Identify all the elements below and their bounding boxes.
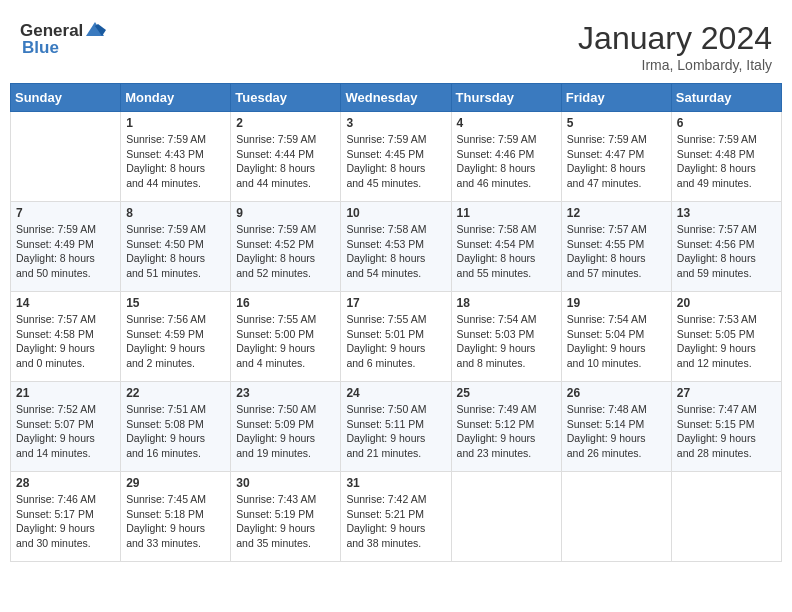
daylight: Daylight: 9 hours and 28 minutes.	[677, 431, 776, 460]
day-number: 10	[346, 206, 445, 220]
daylight: Daylight: 8 hours and 46 minutes.	[457, 161, 556, 190]
day-info: Sunrise: 7:45 AM Sunset: 5:18 PM Dayligh…	[126, 492, 225, 551]
day-number: 2	[236, 116, 335, 130]
day-info: Sunrise: 7:50 AM Sunset: 5:09 PM Dayligh…	[236, 402, 335, 461]
header-tuesday: Tuesday	[231, 84, 341, 112]
sunset: Sunset: 5:07 PM	[16, 417, 115, 432]
calendar-cell-1-0: 7 Sunrise: 7:59 AM Sunset: 4:49 PM Dayli…	[11, 202, 121, 292]
daylight: Daylight: 9 hours and 12 minutes.	[677, 341, 776, 370]
day-number: 28	[16, 476, 115, 490]
day-number: 22	[126, 386, 225, 400]
day-info: Sunrise: 7:57 AM Sunset: 4:55 PM Dayligh…	[567, 222, 666, 281]
day-number: 25	[457, 386, 556, 400]
sunset: Sunset: 4:46 PM	[457, 147, 556, 162]
day-number: 3	[346, 116, 445, 130]
daylight: Daylight: 8 hours and 44 minutes.	[236, 161, 335, 190]
day-info: Sunrise: 7:54 AM Sunset: 5:04 PM Dayligh…	[567, 312, 666, 371]
sunset: Sunset: 4:54 PM	[457, 237, 556, 252]
sunrise: Sunrise: 7:51 AM	[126, 402, 225, 417]
calendar-cell-4-6	[671, 472, 781, 562]
sunrise: Sunrise: 7:57 AM	[16, 312, 115, 327]
day-info: Sunrise: 7:59 AM Sunset: 4:48 PM Dayligh…	[677, 132, 776, 191]
sunset: Sunset: 5:14 PM	[567, 417, 666, 432]
location-title: Irma, Lombardy, Italy	[578, 57, 772, 73]
sunrise: Sunrise: 7:50 AM	[346, 402, 445, 417]
day-info: Sunrise: 7:42 AM Sunset: 5:21 PM Dayligh…	[346, 492, 445, 551]
daylight: Daylight: 9 hours and 16 minutes.	[126, 431, 225, 460]
sunrise: Sunrise: 7:57 AM	[567, 222, 666, 237]
daylight: Daylight: 9 hours and 14 minutes.	[16, 431, 115, 460]
calendar-cell-3-6: 27 Sunrise: 7:47 AM Sunset: 5:15 PM Dayl…	[671, 382, 781, 472]
sunrise: Sunrise: 7:59 AM	[16, 222, 115, 237]
sunset: Sunset: 4:48 PM	[677, 147, 776, 162]
week-row-5: 28 Sunrise: 7:46 AM Sunset: 5:17 PM Dayl…	[11, 472, 782, 562]
sunrise: Sunrise: 7:59 AM	[126, 222, 225, 237]
daylight: Daylight: 9 hours and 33 minutes.	[126, 521, 225, 550]
day-number: 7	[16, 206, 115, 220]
calendar-cell-0-3: 3 Sunrise: 7:59 AM Sunset: 4:45 PM Dayli…	[341, 112, 451, 202]
calendar-cell-3-5: 26 Sunrise: 7:48 AM Sunset: 5:14 PM Dayl…	[561, 382, 671, 472]
day-info: Sunrise: 7:53 AM Sunset: 5:05 PM Dayligh…	[677, 312, 776, 371]
sunset: Sunset: 5:04 PM	[567, 327, 666, 342]
calendar-cell-1-1: 8 Sunrise: 7:59 AM Sunset: 4:50 PM Dayli…	[121, 202, 231, 292]
week-row-4: 21 Sunrise: 7:52 AM Sunset: 5:07 PM Dayl…	[11, 382, 782, 472]
daylight: Daylight: 9 hours and 19 minutes.	[236, 431, 335, 460]
sunset: Sunset: 5:09 PM	[236, 417, 335, 432]
day-info: Sunrise: 7:57 AM Sunset: 4:56 PM Dayligh…	[677, 222, 776, 281]
calendar-cell-4-3: 31 Sunrise: 7:42 AM Sunset: 5:21 PM Dayl…	[341, 472, 451, 562]
day-number: 1	[126, 116, 225, 130]
calendar-cell-0-2: 2 Sunrise: 7:59 AM Sunset: 4:44 PM Dayli…	[231, 112, 341, 202]
sunrise: Sunrise: 7:58 AM	[457, 222, 556, 237]
sunset: Sunset: 4:49 PM	[16, 237, 115, 252]
sunset: Sunset: 5:21 PM	[346, 507, 445, 522]
calendar-cell-2-6: 20 Sunrise: 7:53 AM Sunset: 5:05 PM Dayl…	[671, 292, 781, 382]
header-friday: Friday	[561, 84, 671, 112]
daylight: Daylight: 9 hours and 6 minutes.	[346, 341, 445, 370]
calendar-cell-1-6: 13 Sunrise: 7:57 AM Sunset: 4:56 PM Dayl…	[671, 202, 781, 292]
sunset: Sunset: 5:12 PM	[457, 417, 556, 432]
daylight: Daylight: 9 hours and 30 minutes.	[16, 521, 115, 550]
calendar-cell-3-0: 21 Sunrise: 7:52 AM Sunset: 5:07 PM Dayl…	[11, 382, 121, 472]
day-number: 9	[236, 206, 335, 220]
day-number: 11	[457, 206, 556, 220]
day-number: 26	[567, 386, 666, 400]
day-info: Sunrise: 7:48 AM Sunset: 5:14 PM Dayligh…	[567, 402, 666, 461]
calendar-cell-1-5: 12 Sunrise: 7:57 AM Sunset: 4:55 PM Dayl…	[561, 202, 671, 292]
header-sunday: Sunday	[11, 84, 121, 112]
day-number: 6	[677, 116, 776, 130]
daylight: Daylight: 8 hours and 45 minutes.	[346, 161, 445, 190]
calendar-cell-2-3: 17 Sunrise: 7:55 AM Sunset: 5:01 PM Dayl…	[341, 292, 451, 382]
calendar-cell-4-1: 29 Sunrise: 7:45 AM Sunset: 5:18 PM Dayl…	[121, 472, 231, 562]
sunrise: Sunrise: 7:57 AM	[677, 222, 776, 237]
day-info: Sunrise: 7:54 AM Sunset: 5:03 PM Dayligh…	[457, 312, 556, 371]
calendar-cell-0-4: 4 Sunrise: 7:59 AM Sunset: 4:46 PM Dayli…	[451, 112, 561, 202]
daylight: Daylight: 9 hours and 23 minutes.	[457, 431, 556, 460]
daylight: Daylight: 8 hours and 55 minutes.	[457, 251, 556, 280]
calendar-header-row: Sunday Monday Tuesday Wednesday Thursday…	[11, 84, 782, 112]
sunrise: Sunrise: 7:43 AM	[236, 492, 335, 507]
sunset: Sunset: 5:18 PM	[126, 507, 225, 522]
sunrise: Sunrise: 7:46 AM	[16, 492, 115, 507]
sunrise: Sunrise: 7:59 AM	[236, 222, 335, 237]
sunrise: Sunrise: 7:59 AM	[236, 132, 335, 147]
day-number: 19	[567, 296, 666, 310]
day-number: 13	[677, 206, 776, 220]
sunset: Sunset: 5:00 PM	[236, 327, 335, 342]
calendar-cell-2-0: 14 Sunrise: 7:57 AM Sunset: 4:58 PM Dayl…	[11, 292, 121, 382]
calendar-cell-3-4: 25 Sunrise: 7:49 AM Sunset: 5:12 PM Dayl…	[451, 382, 561, 472]
title-area: January 2024 Irma, Lombardy, Italy	[578, 20, 772, 73]
day-info: Sunrise: 7:55 AM Sunset: 5:01 PM Dayligh…	[346, 312, 445, 371]
daylight: Daylight: 9 hours and 8 minutes.	[457, 341, 556, 370]
daylight: Daylight: 8 hours and 54 minutes.	[346, 251, 445, 280]
sunrise: Sunrise: 7:52 AM	[16, 402, 115, 417]
day-number: 8	[126, 206, 225, 220]
day-number: 14	[16, 296, 115, 310]
day-number: 15	[126, 296, 225, 310]
day-info: Sunrise: 7:52 AM Sunset: 5:07 PM Dayligh…	[16, 402, 115, 461]
sunrise: Sunrise: 7:55 AM	[236, 312, 335, 327]
day-info: Sunrise: 7:59 AM Sunset: 4:47 PM Dayligh…	[567, 132, 666, 191]
calendar-cell-2-4: 18 Sunrise: 7:54 AM Sunset: 5:03 PM Dayl…	[451, 292, 561, 382]
day-number: 16	[236, 296, 335, 310]
calendar-cell-1-2: 9 Sunrise: 7:59 AM Sunset: 4:52 PM Dayli…	[231, 202, 341, 292]
daylight: Daylight: 8 hours and 49 minutes.	[677, 161, 776, 190]
